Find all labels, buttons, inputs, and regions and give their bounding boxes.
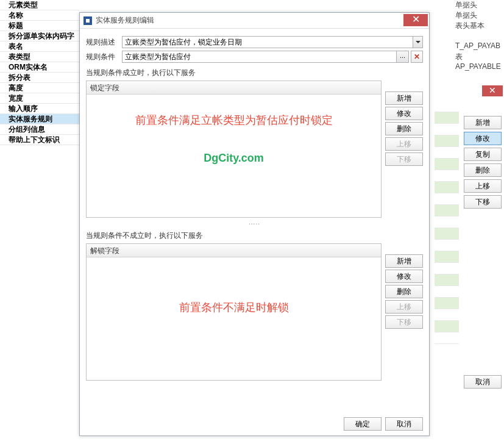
prop-row[interactable]: 宽度 (0, 93, 79, 104)
right-panel: 单据头 单据头 表头基本 T_AP_PAYAB 表 AP_PAYABLE (455, 0, 504, 73)
edit-button[interactable]: 修改 (464, 132, 502, 145)
clear-icon[interactable]: ✕ (411, 51, 423, 63)
watermark-text: DgCity.com (93, 152, 375, 165)
right-value: 单据头 (455, 10, 504, 21)
prop-row[interactable]: 分组列信息 (0, 124, 79, 135)
lock-fields-list[interactable]: 锁定字段 前置条件满足立帐类型为暂估应付时锁定 DgCity.com (86, 81, 382, 218)
close-icon[interactable]: ✕ (403, 14, 428, 26)
dialog-title: 实体服务规则编辑 (96, 15, 154, 26)
ellipsis-button[interactable]: ... (397, 51, 409, 63)
button-column-true: 新增 修改 删除 上移 下移 (385, 81, 423, 218)
cond-input[interactable] (122, 51, 397, 63)
chevron-down-icon[interactable] (413, 36, 423, 48)
add-button[interactable]: 新增 (385, 254, 423, 268)
prop-row[interactable]: 名称 (0, 10, 79, 21)
prop-row[interactable]: 表类型 (0, 52, 79, 62)
form-row-cond: 规则条件 ... ✕ (86, 51, 423, 63)
prop-row[interactable]: 元素类型 (0, 0, 79, 10)
prop-label: 输入顺序 (0, 104, 38, 114)
copy-button[interactable]: 复制 (464, 148, 502, 161)
delete-button[interactable]: 删除 (385, 285, 423, 298)
dialog-footer: 确定 取消 (344, 417, 423, 431)
right-value: 表头基本 (455, 21, 504, 31)
divider-dots: ..... (86, 219, 423, 226)
prop-label: 实体服务规则 (0, 114, 52, 124)
prop-row[interactable]: 高度 (0, 83, 79, 93)
add-button[interactable]: 新增 (385, 91, 423, 105)
list-header-unlock: 解锁字段 (87, 244, 381, 257)
move-down-button[interactable]: 下移 (385, 315, 423, 329)
edit-button[interactable]: 修改 (385, 107, 423, 120)
annotation-text: 前置条件满足立帐类型为暂估应付时锁定 (93, 113, 375, 127)
add-button[interactable]: 新增 (464, 116, 502, 129)
desc-input-wrap (122, 36, 423, 48)
app-icon (83, 16, 92, 25)
unlock-fields-list[interactable]: 解锁字段 前置条件不满足时解锁 (86, 243, 382, 381)
move-up-button[interactable]: 上移 (385, 137, 423, 151)
prop-label: 表名 (0, 41, 23, 52)
ok-button[interactable]: 确定 (344, 417, 382, 431)
prop-label: 拆分源单实体内码字 (0, 31, 74, 41)
list-header-lock: 锁定字段 (87, 81, 381, 95)
prop-row[interactable]: 表名 (0, 41, 79, 52)
cond-input-wrap: ... ✕ (122, 51, 423, 63)
cancel-button-bg[interactable]: 取消 (464, 375, 502, 389)
section-true-body: 锁定字段 前置条件满足立帐类型为暂估应付时锁定 DgCity.com 新增 修改… (86, 81, 423, 218)
annotation-text: 前置条件不满足时解锁 (93, 300, 375, 315)
prop-row[interactable]: 拆分表 (0, 73, 79, 83)
prop-label: 标题 (0, 21, 23, 31)
right-value: AP_PAYABLE (455, 62, 504, 73)
grid-stripes (435, 101, 459, 344)
desc-label: 规则描述 (86, 37, 119, 48)
move-down-button[interactable]: 下移 (385, 152, 423, 166)
prop-label: 帮助上下文标识 (0, 135, 60, 145)
prop-label: 元素类型 (0, 0, 38, 10)
edit-button[interactable]: 修改 (385, 270, 423, 283)
button-column-false: 新增 修改 删除 上移 下移 (385, 243, 423, 381)
section-false-label: 当规则条件不成立时，执行以下服务 (86, 231, 423, 241)
section-true-label: 当规则条件成立时，执行以下服务 (86, 68, 423, 78)
prop-label: ORM实体名 (0, 62, 48, 73)
prop-row[interactable]: ORM实体名 (0, 62, 79, 73)
delete-button[interactable]: 删除 (464, 163, 502, 177)
right-close-bar: ✕ (455, 85, 504, 98)
right-value (455, 31, 504, 41)
form-row-desc: 规则描述 (86, 36, 423, 48)
prop-label: 表类型 (0, 52, 30, 62)
dialog-body: 规则描述 规则条件 ... ✕ 当规则条件成立时，执行以下服务 锁定字段 前置条… (80, 29, 429, 381)
close-icon[interactable]: ✕ (482, 85, 503, 96)
move-down-button[interactable]: 下移 (464, 195, 502, 209)
right-value: T_AP_PAYAB (455, 41, 504, 52)
prop-row[interactable]: 帮助上下文标识 (0, 135, 79, 145)
move-up-button[interactable]: 上移 (464, 179, 502, 193)
prop-row[interactable]: 标题 (0, 21, 79, 31)
section-false-body: 解锁字段 前置条件不满足时解锁 新增 修改 删除 上移 下移 (86, 243, 423, 381)
prop-row[interactable]: 拆分源单实体内码字 (0, 31, 79, 41)
rule-editor-dialog: 实体服务规则编辑 ✕ 规则描述 规则条件 ... ✕ 当规则条件成立时，执行以下… (79, 12, 430, 436)
prop-row-selected[interactable]: 实体服务规则 (0, 114, 79, 124)
desc-input[interactable] (122, 36, 413, 48)
prop-label: 分组列信息 (0, 124, 45, 135)
cancel-button[interactable]: 取消 (385, 417, 423, 431)
cond-label: 规则条件 (86, 52, 119, 62)
prop-label: 名称 (0, 10, 23, 21)
prop-label: 拆分表 (0, 73, 30, 83)
move-up-button[interactable]: 上移 (385, 300, 423, 314)
list-content: 前置条件满足立帐类型为暂估应付时锁定 DgCity.com (87, 95, 381, 217)
right-value: 表 (455, 52, 504, 62)
list-content: 前置条件不满足时解锁 (87, 257, 381, 380)
delete-button[interactable]: 删除 (385, 122, 423, 135)
right-value: 单据头 (455, 0, 504, 10)
prop-label: 宽度 (0, 93, 23, 104)
prop-row[interactable]: 输入顺序 (0, 104, 79, 114)
property-panel: 元素类型 名称 标题 拆分源单实体内码字 表名 表类型 ORM实体名 拆分表 高… (0, 0, 79, 145)
dialog-titlebar[interactable]: 实体服务规则编辑 ✕ (80, 13, 429, 29)
right-button-column: 新增 修改 复制 删除 上移 下移 (464, 116, 502, 209)
prop-label: 高度 (0, 83, 23, 93)
